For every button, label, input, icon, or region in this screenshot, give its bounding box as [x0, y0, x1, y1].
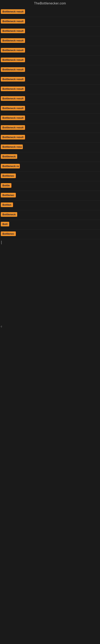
bottleneck-row: Bottleneck result	[0, 84, 100, 94]
bottleneck-badge[interactable]: Bottleneck result	[1, 77, 25, 82]
bottleneck-row: Bottlenec	[0, 191, 100, 200]
bottleneck-row: Bottleneck result	[0, 17, 100, 26]
cursor-line	[0, 239, 100, 247]
bottleneck-badge[interactable]: Bottleneck result	[1, 116, 25, 120]
bottleneck-row: Bott	[0, 220, 100, 230]
bottleneck-badge[interactable]: Bottleneck result	[1, 86, 25, 91]
bottleneck-row: Bottleneck	[0, 210, 100, 220]
bottleneck-badge[interactable]: Bottleneck result	[1, 48, 25, 52]
bottleneck-row: Bottleneck result	[0, 94, 100, 104]
bottleneck-badge[interactable]: Bottleneck result	[1, 135, 25, 140]
bottleneck-badge[interactable]: Bottleneck result	[1, 125, 25, 130]
bottleneck-row: Bottleneck result	[0, 133, 100, 142]
bottleneck-badge[interactable]: Bottleneck result	[1, 96, 25, 101]
bottleneck-row: Bottleneck resu	[0, 142, 100, 152]
bottleneck-row: Bottlen	[0, 200, 100, 210]
bottleneck-badge[interactable]: Bottleneck resu	[1, 144, 23, 149]
bottleneck-row: Bottleneck result	[0, 123, 100, 133]
trailing-char: c	[0, 323, 100, 330]
page-container: TheBottlenecker.com Bottleneck resultBot…	[0, 0, 100, 644]
bottleneck-row: Bottleneck result	[0, 36, 100, 46]
bottleneck-badge[interactable]: Bottleneck result	[1, 28, 25, 33]
bottleneck-badge[interactable]: Bottlenec	[1, 193, 16, 198]
bottleneck-badge[interactable]: Bottleneck result	[1, 9, 25, 14]
bottleneck-row: Bottlenec	[0, 172, 100, 181]
bottleneck-row: Bottleneck result	[0, 65, 100, 75]
bottleneck-badge[interactable]: Bottleneck	[1, 154, 17, 159]
bottleneck-badge[interactable]: Bottleneck result	[1, 67, 25, 72]
bottleneck-badge[interactable]: Bottleneck result	[1, 58, 25, 62]
bottleneck-badge[interactable]: Bottlen	[1, 202, 13, 207]
bottleneck-row: Bottle	[0, 181, 100, 191]
bottleneck-row: Bottleneck result	[0, 46, 100, 56]
site-title: TheBottlenecker.com	[0, 0, 100, 7]
bottleneck-badge[interactable]: Bott	[1, 222, 9, 226]
bottleneck-badge[interactable]: Bottleneck result	[1, 106, 25, 110]
bottleneck-row: Bottleneck result	[0, 56, 100, 65]
bottleneck-row: Bottlenec	[0, 230, 100, 239]
bottleneck-row: Bottleneck result	[0, 114, 100, 123]
bottleneck-badge[interactable]: Bottleneck	[1, 212, 17, 217]
bottleneck-badge[interactable]: Bottleneck result	[1, 38, 25, 43]
bottleneck-badge[interactable]: Bottlenec	[1, 174, 16, 178]
bottleneck-badge[interactable]: Bottleneck re	[1, 164, 20, 168]
bottleneck-row: Bottleneck result	[0, 7, 100, 17]
blank-section-1	[0, 247, 100, 323]
bottleneck-row: Bottleneck result	[0, 26, 100, 36]
bottleneck-badge[interactable]: Bottle	[1, 183, 11, 188]
bottleneck-row: Bottleneck re	[0, 162, 100, 172]
blank-section-2	[0, 330, 100, 450]
bottleneck-badge[interactable]: Bottlenec	[1, 232, 16, 236]
bottleneck-badge[interactable]: Bottleneck result	[1, 19, 25, 24]
bottleneck-row: Bottleneck result	[0, 104, 100, 114]
bottleneck-row: Bottleneck result	[0, 75, 100, 84]
bottleneck-row: Bottleneck	[0, 152, 100, 162]
